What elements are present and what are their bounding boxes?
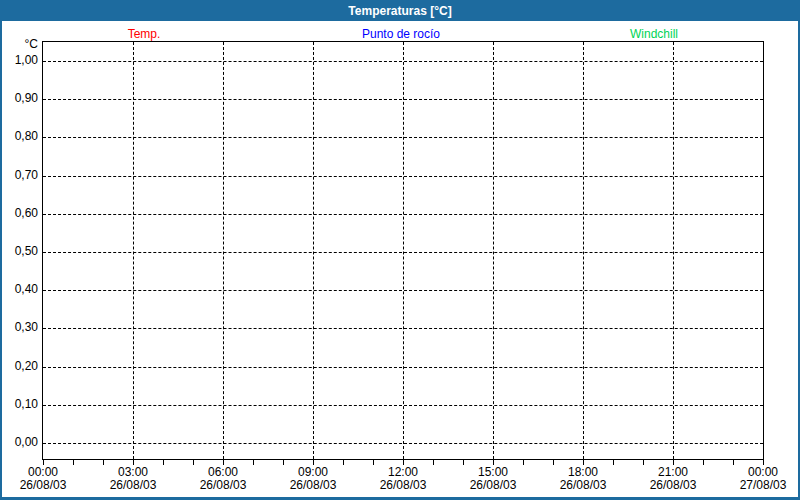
y-axis-tick-label: 0,40 (2, 282, 38, 296)
x-axis-tick-mark (163, 460, 164, 465)
x-axis-time-label: 21:00 (658, 465, 688, 479)
y-axis-tick-label: 0,10 (2, 397, 38, 411)
legend-item-windchill: Windchill (630, 27, 678, 41)
x-axis-tick-mark (193, 460, 194, 465)
y-axis-tick-label: 0,80 (2, 129, 38, 143)
y-axis-tick-label: 0,90 (2, 91, 38, 105)
x-gridline (313, 42, 314, 459)
window-title: Temperaturas [°C] (348, 4, 451, 18)
x-axis-date-label: 26/08/03 (380, 478, 427, 492)
x-axis-tick-mark (703, 460, 704, 465)
x-axis-tick-mark (253, 460, 254, 465)
x-axis-tick-mark (433, 460, 434, 465)
x-axis-time-label: 12:00 (388, 465, 418, 479)
y-axis-tick-label: 0,00 (2, 435, 38, 449)
x-axis-tick-mark (463, 460, 464, 465)
x-axis-time-label: 09:00 (298, 465, 328, 479)
x-axis-tick-mark (73, 460, 74, 465)
x-axis-date-label: 26/08/03 (20, 478, 67, 492)
chart-window: Temperaturas [°C] Temp. Punto de rocío W… (0, 0, 800, 500)
x-axis-tick-mark (283, 460, 284, 465)
x-axis-date-label: 26/08/03 (290, 478, 337, 492)
x-gridline (493, 42, 494, 459)
x-axis-tick-mark (613, 460, 614, 465)
y-axis-tick-label: 0,70 (2, 168, 38, 182)
legend-item-dew-point: Punto de rocío (362, 27, 440, 41)
y-axis-tick-label: 0,50 (2, 244, 38, 258)
x-axis-time-label: 00:00 (748, 465, 778, 479)
x-gridline (583, 42, 584, 459)
x-gridline (673, 42, 674, 459)
x-gridline (133, 42, 134, 459)
y-axis-tick-label: 1,00 (2, 53, 38, 67)
x-axis-date-label: 26/08/03 (560, 478, 607, 492)
y-axis-tick-label: 0,20 (2, 359, 38, 373)
x-axis-date-label: 26/08/03 (650, 478, 697, 492)
x-axis-date-label: 26/08/03 (110, 478, 157, 492)
x-gridline (223, 42, 224, 459)
x-axis-tick-mark (553, 460, 554, 465)
legend-item-temp: Temp. (128, 27, 161, 41)
y-axis-unit-label: °C (2, 37, 38, 51)
x-axis-tick-mark (643, 460, 644, 465)
x-axis-time-label: 18:00 (568, 465, 598, 479)
plot-area (42, 41, 764, 460)
y-axis-tick-label: 0,60 (2, 206, 38, 220)
x-axis-tick-mark (343, 460, 344, 465)
x-axis-tick-mark (523, 460, 524, 465)
y-axis-tick-label: 0,30 (2, 320, 38, 334)
x-axis-tick-mark (103, 460, 104, 465)
x-axis-time-label: 06:00 (208, 465, 238, 479)
x-axis-date-label: 27/08/03 (740, 478, 787, 492)
x-axis-date-label: 26/08/03 (470, 478, 517, 492)
x-axis-tick-mark (373, 460, 374, 465)
window-titlebar: Temperaturas [°C] (0, 0, 800, 21)
x-axis-time-label: 03:00 (118, 465, 148, 479)
x-axis-time-label: 15:00 (478, 465, 508, 479)
x-gridline (403, 42, 404, 459)
x-axis-tick-mark (733, 460, 734, 465)
x-axis-time-label: 00:00 (28, 465, 58, 479)
x-axis-date-label: 26/08/03 (200, 478, 247, 492)
